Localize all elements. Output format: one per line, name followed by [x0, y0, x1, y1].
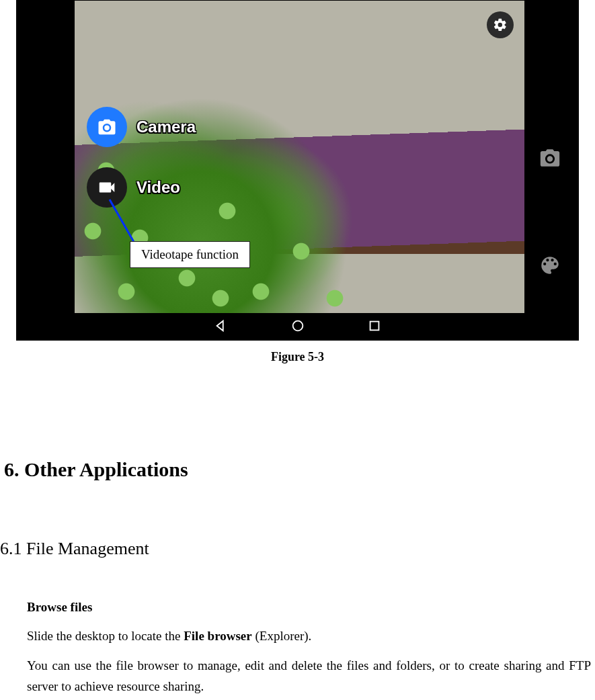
- video-icon: [97, 177, 117, 198]
- nav-recents-button[interactable]: [367, 318, 382, 336]
- svg-point-2: [292, 321, 303, 331]
- recents-square-icon: [367, 318, 382, 333]
- back-triangle-icon: [214, 318, 229, 333]
- callout-box: Videotape function: [130, 241, 250, 268]
- text-run: (Explorer).: [252, 629, 312, 643]
- svg-line-0: [110, 200, 136, 247]
- palette-icon: [539, 254, 561, 277]
- camera-icon: [539, 146, 561, 169]
- filters-button[interactable]: [521, 242, 579, 289]
- subsection-heading: 6.1 File Management: [0, 539, 595, 559]
- body-text: Browse files Slide the desktop to locate…: [0, 597, 595, 697]
- svg-marker-1: [216, 321, 223, 331]
- text-run: Slide the desktop to locate the: [27, 629, 184, 643]
- video-mode-label: Video: [136, 178, 180, 197]
- paragraph-title: Browse files: [27, 597, 591, 617]
- android-navbar: [16, 314, 579, 341]
- settings-button[interactable]: [487, 11, 514, 38]
- video-mode-button[interactable]: [87, 167, 127, 208]
- paragraph: You can use the file browser to manage, …: [27, 655, 591, 697]
- device-screenshot: Camera Video Videotape function: [16, 0, 579, 341]
- camera-mode-button[interactable]: [87, 107, 127, 147]
- figure-caption: Figure 5-3: [0, 350, 595, 364]
- camera-icon: [97, 117, 117, 137]
- section-heading: 6. Other Applications: [0, 458, 595, 481]
- home-circle-icon: [290, 318, 305, 333]
- gear-icon: [493, 17, 508, 32]
- svg-rect-3: [370, 322, 379, 331]
- capture-button[interactable]: [521, 134, 579, 181]
- text-bold: File browser: [184, 629, 252, 643]
- camera-viewfinder: Camera Video Videotape function: [74, 0, 525, 314]
- nav-home-button[interactable]: [290, 318, 305, 336]
- paragraph: Slide the desktop to locate the File bro…: [27, 625, 591, 646]
- nav-back-button[interactable]: [214, 318, 229, 336]
- camera-mode-label: Camera: [136, 118, 196, 136]
